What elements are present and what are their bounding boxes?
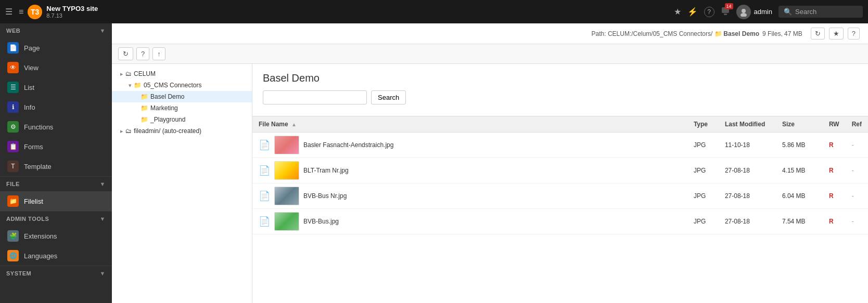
languages-icon: 🌐 [7,250,19,261]
sidebar-section-admin[interactable]: ADMIN TOOLS ▼ [0,211,112,226]
expand-icon: ▸ [120,128,123,135]
expand-icon [137,105,138,111]
topbar-search-input[interactable] [795,8,858,16]
file-doc-icon: 📄 [259,216,270,227]
tree-item-label: Marketing [150,104,178,112]
path-file-count: 9 Files, 47 MB [762,30,802,37]
username: admin [754,8,772,16]
template-icon: T [7,161,19,172]
sidebar-item-filelist[interactable]: 📁 Filelist [0,191,112,211]
search-icon: 🔍 [784,8,792,16]
typo3-logo: T3 [28,5,42,19]
sidebar-section-system[interactable]: SYSTEM ▼ [0,266,112,281]
bookmark-path-button[interactable]: ★ [829,28,844,39]
folder-icon: 📁 [141,116,148,123]
file-search-button[interactable]: Search [371,90,406,104]
file-name: BLT-Tram Nr.jpg [303,167,349,174]
table-header-row: File Name ▲ Type Last Modified Size RW R… [252,116,868,133]
sidebar-item-label: Languages [24,252,57,260]
tree-item-playground[interactable]: 📁 _Playground [112,114,252,125]
folder-icon: 📁 [141,93,148,100]
refresh-button[interactable]: ↻ [811,28,825,39]
sidebar-item-languages[interactable]: 🌐 Languages [0,246,112,266]
file-name-cell: 📄 BVB-Bus.jpg [252,209,687,234]
fileadmin-icon: 🗂 [125,127,132,135]
tree-item-05-cms[interactable]: ▾ 📁 05_CMS Connectors [112,80,252,91]
notification-bell[interactable]: 14 [721,6,730,18]
file-size: 5.86 MB [776,133,823,158]
col-header-rw[interactable]: RW [823,116,846,133]
chevron-down-icon: ▼ [100,270,106,276]
filelist-icon: 📁 [7,195,19,207]
file-ref: - [846,158,868,183]
table-row[interactable]: 📄 BVB-Bus.jpg JPG 27-08-18 7.54 MB R - [252,209,868,234]
file-type: JPG [687,133,719,158]
path-folder-icon: 📁 [714,30,722,37]
tree-item-fileadmin[interactable]: ▸ 🗂 fileadmin/ (auto-created) [112,125,252,137]
admin-section-label: ADMIN TOOLS [6,216,49,222]
table-row[interactable]: 📄 Basler Fasnacht-Aendstraich.jpg JPG 11… [252,133,868,158]
bookmark-icon[interactable]: ★ [674,7,681,17]
col-header-size[interactable]: Size [776,116,823,133]
col-header-modified[interactable]: Last Modified [719,116,776,133]
path-bar: Path: CELUM:/Celum/05_CMS Connectors/ 📁 … [112,23,868,44]
file-ref: - [846,133,868,158]
sidebar-section-web[interactable]: WEB ▼ [0,23,112,38]
sidebar-item-list[interactable]: ☰ List [0,77,112,97]
file-rw: R [823,209,846,234]
help-icon[interactable]: ? [704,7,714,17]
sidebar-item-template[interactable]: T Template [0,156,112,176]
sidebar-item-page[interactable]: 📄 Page [0,38,112,58]
upload-button[interactable]: ↑ [152,47,165,60]
lightning-icon[interactable]: ⚡ [687,7,698,17]
file-doc-icon: 📄 [259,165,270,176]
file-modified: 11-10-18 [719,133,776,158]
web-section-label: WEB [6,28,20,34]
file-name-cell: 📄 Basler Fasnacht-Aendstraich.jpg [252,133,687,158]
user-area[interactable]: admin [736,5,772,19]
tree-panel: ▸ 🗂 CELUM ▾ 📁 05_CMS Connectors 📁 Basel … [112,64,252,303]
sidebar-item-functions[interactable]: ⚙ Functions [0,117,112,137]
file-name: BVB-Bus Nr.jpg [303,192,347,200]
file-thumbnail [274,161,299,180]
list-view-icon[interactable]: ≡ [19,7,23,17]
sidebar-section-file[interactable]: FILE ▼ [0,176,112,191]
col-header-filename[interactable]: File Name ▲ [252,116,687,133]
file-name: BVB-Bus.jpg [303,218,339,225]
main-layout: WEB ▼ 📄 Page 👁 View ☰ List ℹ Info ⚙ Func… [0,23,868,303]
table-row[interactable]: 📄 BLT-Tram Nr.jpg JPG 27-08-18 4.15 MB R… [252,158,868,183]
hamburger-icon[interactable]: ☰ [5,7,12,17]
help-path-button[interactable]: ? [848,28,860,39]
file-name-cell: 📄 BLT-Tram Nr.jpg [252,158,687,183]
reload-button[interactable]: ↻ [118,47,133,60]
file-search-input[interactable] [263,90,367,104]
tree-item-celum[interactable]: ▸ 🗂 CELUM [112,68,252,80]
help-toolbar-button[interactable]: ? [136,47,149,60]
extensions-icon: 🧩 [7,230,19,242]
sidebar-item-label: Template [24,163,52,170]
file-ref: - [846,209,868,234]
sidebar-item-label: Filelist [24,197,43,205]
sidebar-item-forms[interactable]: 📋 Forms [0,137,112,156]
col-header-type[interactable]: Type [687,116,719,133]
folder-icon: 📁 [134,82,142,89]
path-folder-name: Basel Demo [723,30,759,37]
tree-item-marketing[interactable]: 📁 Marketing [112,102,252,114]
tree-item-basel-demo[interactable]: 📁 Basel Demo [112,91,252,102]
topbar-left: ☰ ≡ T3 New TYPO3 site 8.7.13 [5,5,669,19]
info-icon: ℹ [7,101,19,113]
sidebar-item-info[interactable]: ℹ Info [0,97,112,117]
chevron-down-icon: ▼ [100,181,106,187]
table-row[interactable]: 📄 BVB-Bus Nr.jpg JPG 27-08-18 6.04 MB R … [252,183,868,209]
file-size: 7.54 MB [776,209,823,234]
sidebar-item-view[interactable]: 👁 View [0,58,112,77]
col-header-ref[interactable]: Ref [846,116,868,133]
site-version: 8.7.13 [46,12,98,19]
expand-icon: ▾ [129,82,132,89]
topbar-search[interactable]: 🔍 [778,6,863,18]
sidebar-item-label: Page [24,44,40,52]
sidebar-item-extensions[interactable]: 🧩 Extensions [0,226,112,246]
file-modified: 27-08-18 [719,209,776,234]
content-area: Path: CELUM:/Celum/05_CMS Connectors/ 📁 … [112,23,868,303]
view-icon: 👁 [7,62,19,73]
